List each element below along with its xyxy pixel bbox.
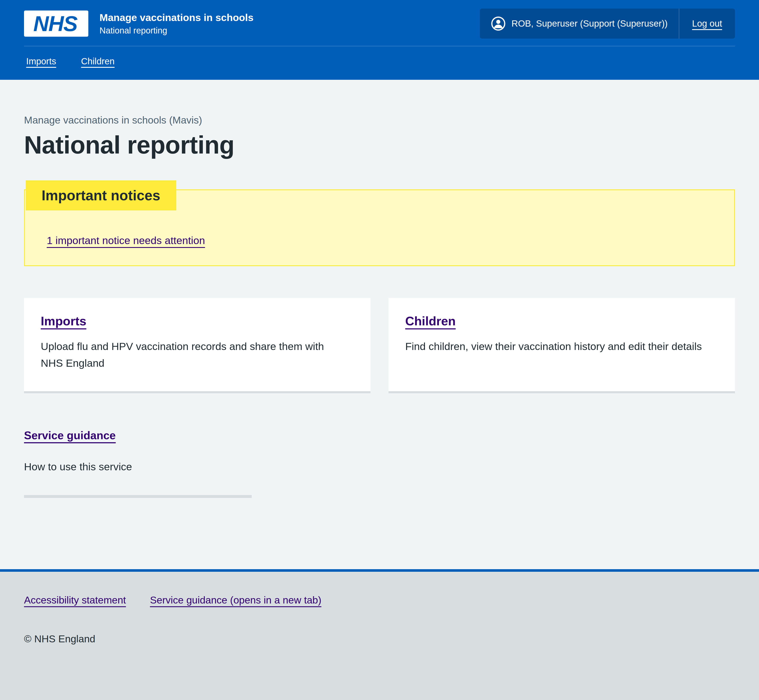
service-guidance-description: How to use this service [24, 461, 735, 473]
header-top: NHS Manage vaccinations in schools Natio… [0, 0, 759, 46]
important-notice-link[interactable]: 1 important notice needs attention [47, 234, 205, 246]
main-content: Manage vaccinations in schools (Mavis) N… [0, 80, 759, 569]
section-divider [24, 495, 252, 498]
page-caption: Manage vaccinations in schools (Mavis) [24, 114, 735, 126]
user-icon [491, 16, 506, 31]
service-guidance-row: Service guidance [24, 429, 735, 442]
footer-link-accessibility[interactable]: Accessibility statement [24, 594, 126, 606]
card-children-link[interactable]: Children [405, 314, 456, 328]
header: NHS Manage vaccinations in schools Natio… [0, 0, 759, 80]
important-notices-label: Important notices [26, 180, 176, 211]
nav-link-children[interactable]: Children [81, 56, 114, 67]
nhs-logo-text: NHS [33, 13, 79, 34]
account-box: ROB, Superuser (Support (Superuser)) Log… [480, 9, 735, 39]
card-imports: Imports Upload flu and HPV vaccination r… [24, 298, 370, 391]
service-subtitle: National reporting [100, 26, 253, 35]
service-name: Manage vaccinations in schools [100, 12, 253, 23]
service-guidance-link[interactable]: Service guidance [24, 429, 116, 442]
service-title-block: Manage vaccinations in schools National … [100, 12, 253, 35]
page: NHS Manage vaccinations in schools Natio… [0, 0, 759, 700]
footer-copyright: © NHS England [24, 633, 735, 645]
card-imports-description: Upload flu and HPV vaccination records a… [41, 338, 339, 372]
card-imports-link[interactable]: Imports [41, 314, 86, 328]
card-children: Children Find children, view their vacci… [389, 298, 735, 391]
footer-links: Accessibility statement Service guidance… [24, 594, 735, 606]
logout-cell: Log out [679, 9, 735, 39]
nav-link-imports[interactable]: Imports [26, 56, 56, 67]
primary-nav: Imports Children [24, 46, 735, 80]
footer-link-service-guidance[interactable]: Service guidance (opens in a new tab) [150, 594, 321, 606]
account-user-name: ROB, Superuser (Support (Superuser)) [512, 19, 668, 29]
logout-link[interactable]: Log out [692, 19, 722, 29]
account-user: ROB, Superuser (Support (Superuser)) [480, 9, 679, 39]
important-notices-panel: Important notices 1 important notice nee… [24, 189, 735, 266]
nhs-logo[interactable]: NHS [24, 11, 88, 37]
card-children-description: Find children, view their vaccination hi… [405, 338, 703, 355]
footer: Accessibility statement Service guidance… [0, 569, 759, 700]
page-title: National reporting [24, 131, 735, 159]
cards-row: Imports Upload flu and HPV vaccination r… [24, 298, 735, 391]
